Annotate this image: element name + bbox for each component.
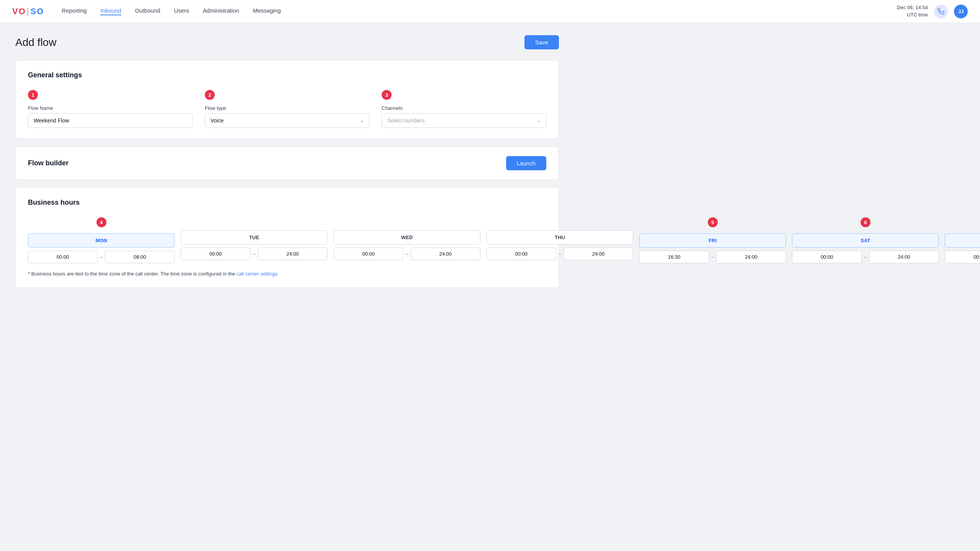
- time-dash-tue: –: [253, 251, 255, 257]
- logo-o2: O: [37, 7, 43, 16]
- nav-users[interactable]: Users: [174, 7, 189, 15]
- day-button-thu[interactable]: THU: [487, 230, 633, 245]
- nav-inbound[interactable]: Inbound: [100, 7, 121, 15]
- days-grid: 4 MON – TUE – WED – THU – 5 F: [28, 217, 546, 263]
- time-range-thu: –: [487, 248, 633, 260]
- phone-icon-button[interactable]: [934, 5, 948, 18]
- day-col-sun: 7 SUN –: [945, 217, 980, 263]
- day-col-sat: 6 SAT –: [792, 217, 939, 263]
- day-col-fri: 5 FRI –: [639, 217, 786, 263]
- fields-row: 1 Flow Name 2 Flow type Voice ⌄ 3 Channe…: [28, 90, 546, 128]
- chevron-down-icon: ⌄: [360, 118, 364, 123]
- save-button[interactable]: Save: [524, 35, 559, 49]
- time-start-tue[interactable]: [181, 248, 250, 260]
- day-col-thu: THU –: [487, 217, 633, 263]
- flow-builder-card: Flow builder Launch: [15, 147, 559, 180]
- footnote-prefix: * Business hours are tied to the time zo…: [28, 271, 237, 277]
- flow-name-input[interactable]: [28, 113, 193, 128]
- flow-type-group: 2 Flow type Voice ⌄: [205, 90, 369, 128]
- day-col-tue: TUE –: [181, 217, 327, 263]
- time-end-sat[interactable]: [869, 251, 939, 263]
- nav-administration[interactable]: Administration: [203, 7, 239, 15]
- nav-links: Reporting Inbound Outbound Users Adminis…: [62, 7, 897, 15]
- page-title: Add flow: [15, 36, 56, 49]
- flow-name-group: 1 Flow Name: [28, 90, 193, 128]
- nav-reporting[interactable]: Reporting: [62, 7, 87, 15]
- day-col-wed: WED –: [333, 217, 480, 263]
- time-start-sat[interactable]: [792, 251, 862, 263]
- time-start-fri[interactable]: [639, 251, 709, 263]
- date-time: Dec 06, 14:54: [897, 4, 928, 11]
- time-start-sun[interactable]: [945, 251, 980, 263]
- day-button-mon[interactable]: MON: [28, 233, 175, 248]
- logo[interactable]: V O | S O: [12, 7, 43, 16]
- main-content: Add flow Save General settings 1 Flow Na…: [0, 23, 574, 308]
- chevron-down-icon-2: ⌄: [537, 118, 541, 123]
- flow-type-select[interactable]: Voice ⌄: [205, 113, 369, 128]
- business-hours-title: Business hours: [28, 199, 80, 207]
- call-center-settings-link[interactable]: call center settings: [237, 271, 278, 277]
- business-hours-card: Business hours 4 MON – TUE – WED – THU: [15, 187, 559, 288]
- logo-divider: |: [27, 7, 29, 16]
- step-badge-4: 4: [96, 217, 106, 227]
- nav-messaging[interactable]: Messaging: [253, 7, 281, 15]
- time-start-wed[interactable]: [333, 248, 403, 260]
- time-range-sun: –: [945, 251, 980, 263]
- general-settings-card: General settings 1 Flow Name 2 Flow type…: [15, 60, 559, 139]
- business-hours-header: Business hours: [28, 199, 546, 207]
- general-settings-header: General settings: [28, 71, 546, 79]
- channels-group: 3 Channels Select numbers ⌄: [382, 90, 546, 128]
- time-start-mon[interactable]: [28, 251, 98, 263]
- time-start-thu[interactable]: [487, 248, 556, 260]
- time-dash-mon: –: [100, 254, 103, 260]
- time-range-fri: –: [639, 251, 786, 263]
- flow-builder-title: Flow builder: [28, 159, 69, 167]
- time-range-mon: –: [28, 251, 175, 263]
- time-range-wed: –: [333, 248, 480, 260]
- time-end-tue[interactable]: [258, 248, 327, 260]
- time-range-tue: –: [181, 248, 327, 260]
- step-badge-3: 3: [382, 90, 392, 100]
- time-dash-fri: –: [711, 254, 714, 260]
- user-avatar[interactable]: JJ: [954, 5, 968, 18]
- timezone: UTC time: [897, 11, 928, 18]
- channels-label: Channels: [382, 105, 546, 111]
- general-settings-title: General settings: [28, 71, 82, 79]
- nav-outbound[interactable]: Outbound: [135, 7, 160, 15]
- page-header: Add flow Save: [15, 35, 559, 49]
- day-button-sun[interactable]: SUN: [945, 233, 980, 248]
- day-button-tue[interactable]: TUE: [181, 230, 327, 245]
- time-dash-thu: –: [559, 251, 561, 257]
- step-badge-5: 5: [708, 217, 718, 227]
- logo-i: S: [31, 7, 36, 16]
- channels-placeholder: Select numbers: [387, 117, 425, 124]
- launch-button[interactable]: Launch: [506, 156, 546, 170]
- time-end-thu[interactable]: [564, 248, 633, 260]
- channels-select[interactable]: Select numbers ⌄: [382, 113, 546, 128]
- day-col-mon: 4 MON –: [28, 217, 175, 263]
- navbar: V O | S O Reporting Inbound Outbound Use…: [0, 0, 980, 23]
- flow-type-value: Voice: [211, 117, 224, 124]
- step-badge-6: 6: [861, 217, 871, 227]
- logo-o1: O: [19, 7, 25, 16]
- day-button-sat[interactable]: SAT: [792, 233, 939, 248]
- time-range-sat: –: [792, 251, 939, 263]
- step-badge-2: 2: [205, 90, 215, 100]
- day-button-fri[interactable]: FRI: [639, 233, 786, 248]
- nav-right: Dec 06, 14:54 UTC time JJ: [897, 4, 968, 18]
- datetime-display: Dec 06, 14:54 UTC time: [897, 4, 928, 18]
- day-button-wed[interactable]: WED: [333, 230, 480, 245]
- logo-v: V: [12, 7, 18, 16]
- time-dash-sat: –: [864, 254, 867, 260]
- step-badge-1: 1: [28, 90, 38, 100]
- time-end-fri[interactable]: [716, 251, 786, 263]
- flow-type-label: Flow type: [205, 105, 369, 111]
- time-end-mon[interactable]: [105, 251, 175, 263]
- time-dash-wed: –: [405, 251, 408, 257]
- business-hours-footnote: * Business hours are tied to the time zo…: [28, 271, 546, 277]
- time-end-wed[interactable]: [411, 248, 480, 260]
- flow-name-label: Flow Name: [28, 105, 193, 111]
